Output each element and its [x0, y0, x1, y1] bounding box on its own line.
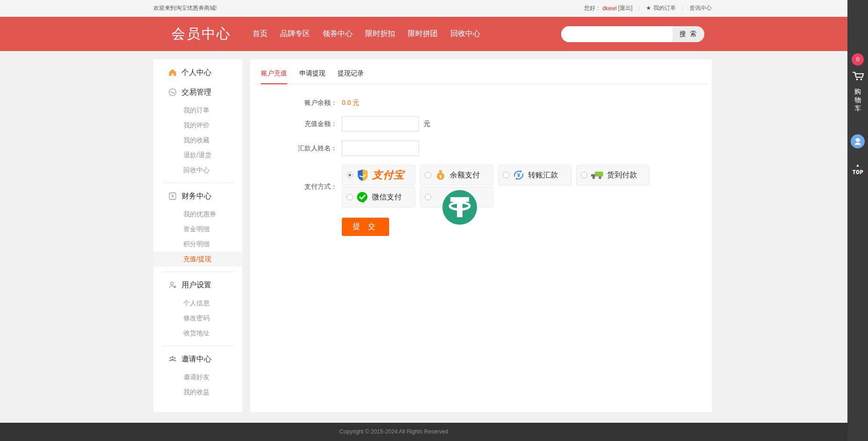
sidebar-item-my-reviews[interactable]: 我的评价 [153, 118, 242, 132]
sidebar-section-label: 用户设置 [181, 280, 211, 290]
recharge-form: 账户余额： 0.0 元 充值金额： 元 汇款人姓名： 支付方式： 支付宝 [250, 84, 712, 236]
payment-option-alipay[interactable]: 支付宝 [342, 165, 415, 185]
sidebar-section-personal-center[interactable]: 个人中心 [153, 65, 242, 81]
submit-button[interactable]: 提 交 [342, 218, 389, 236]
sidebar-section-label: 个人中心 [181, 68, 211, 78]
greeting-prefix: 您好： [584, 4, 601, 12]
sidebar-item-recharge-withdraw[interactable]: 充值/提现 [153, 251, 242, 266]
svg-text:¥: ¥ [439, 174, 442, 179]
sidebar-item-shipping-address[interactable]: 收货地址 [153, 325, 242, 340]
sidebar-section-finance-center[interactable]: ¥ 财务中心 [153, 188, 242, 204]
sidebar-item-fund-details[interactable]: 资金明细 [153, 221, 242, 236]
payment-label: 货到付款 [607, 170, 637, 180]
cart-icon[interactable] [851, 69, 865, 85]
amount-label: 充值金额： [250, 120, 342, 128]
payment-option-transfer[interactable]: ¥ 转账汇款 [498, 165, 571, 185]
radio-transfer[interactable] [503, 172, 509, 178]
username-link[interactable]: dkewl [602, 5, 617, 12]
sidebar-item-recycle-center[interactable]: 回收中心 [153, 162, 242, 177]
money-bag-icon: ¥ [434, 169, 447, 181]
payment-option-usdt[interactable] [420, 187, 493, 207]
payer-name-input[interactable] [342, 140, 419, 156]
radio-balance[interactable] [425, 172, 431, 178]
sidebar-item-invite-friends[interactable]: 邀请好友 [153, 369, 242, 384]
user-settings-icon [168, 281, 177, 289]
search-input[interactable] [561, 26, 673, 42]
radio-cod[interactable] [581, 172, 587, 178]
payment-label: 微信支付 [372, 192, 402, 202]
up-triangle-icon: ▲ [847, 163, 868, 168]
finance-icon: ¥ [168, 192, 177, 200]
welcome-text: 欢迎来到淘宝优惠券商城! [153, 4, 217, 12]
main-header: 会员中心 首页 品牌专区 领券中心 限时折扣 限时拼团 回收中心 搜 索 [0, 17, 868, 51]
search-bar: 搜 索 [561, 26, 704, 42]
truck-icon [591, 170, 604, 180]
payment-option-balance[interactable]: ¥ 余额支付 [420, 165, 493, 185]
payment-label: 余额支付 [450, 170, 480, 180]
right-toolbar: 0 购物车 ▲ TOP [847, 0, 868, 441]
sidebar-item-refund-return[interactable]: 退款/退货 [153, 147, 242, 162]
sidebar-section-label: 财务中心 [181, 191, 211, 201]
sidebar-section-label: 交易管理 [181, 88, 211, 97]
invite-icon [168, 355, 177, 363]
payer-name-label: 汇款人姓名： [250, 144, 342, 153]
nav-flash-discount[interactable]: 限时折扣 [365, 29, 395, 39]
sidebar-section-label: 邀请中心 [181, 354, 211, 364]
sidebar: 个人中心 交易管理 我的订单 我的评价 我的收藏 退款/退货 回收中心 ¥ 财务… [153, 59, 242, 412]
sidebar-section-user-settings[interactable]: 用户设置 [153, 277, 242, 293]
search-button[interactable]: 搜 索 [673, 26, 704, 42]
tab-apply-withdraw[interactable]: 申请提现 [299, 66, 326, 84]
wechat-icon [356, 191, 369, 203]
cart-count-badge: 0 [852, 53, 864, 66]
svg-text:¥: ¥ [517, 172, 521, 178]
star-icon: ★ [646, 5, 651, 11]
main-nav: 首页 品牌专区 领券中心 限时折扣 限时拼团 回收中心 [253, 17, 480, 51]
tab-withdraw-records[interactable]: 提现记录 [338, 66, 364, 84]
main-content: 账户充值 申请提现 提现记录 账户余额： 0.0 元 充值金额： 元 汇款人姓名… [250, 59, 712, 412]
nav-recycle-center[interactable]: 回收中心 [450, 29, 480, 39]
sidebar-item-my-earnings[interactable]: 我的收益 [153, 384, 242, 399]
footer: Copyright © 2015-2024 All Rights Reserve… [0, 423, 868, 441]
nav-home[interactable]: 首页 [253, 29, 268, 39]
alipay-shield-icon [356, 169, 369, 182]
payment-options: 支付宝 ¥ 余额支付 ¥ 转账汇款 [342, 165, 669, 209]
tabs: 账户充值 申请提现 提现记录 [255, 59, 707, 84]
balance-label: 账户余额： [250, 99, 342, 107]
sidebar-item-my-coupons[interactable]: 我的优惠券 [153, 206, 242, 221]
payment-label: 转账汇款 [528, 170, 558, 180]
my-orders-link[interactable]: ★我的订单 [646, 4, 676, 12]
radio-wechat[interactable] [347, 194, 353, 200]
transfer-icon: ¥ [513, 169, 525, 181]
copyright-text: Copyright © 2015-2024 All Rights Reserve… [0, 423, 788, 441]
top-label: TOP [852, 169, 863, 176]
divider [163, 345, 233, 346]
sidebar-item-my-orders[interactable]: 我的订单 [153, 103, 242, 118]
sidebar-section-trade-management[interactable]: 交易管理 [153, 84, 242, 100]
sidebar-item-my-favorites[interactable]: 我的收藏 [153, 132, 242, 147]
nav-coupon-center[interactable]: 领券中心 [323, 29, 353, 39]
nav-group-buy[interactable]: 限时拼团 [408, 29, 438, 39]
tab-account-recharge[interactable]: 账户充值 [261, 66, 287, 84]
balance-value: 0.0 元 [342, 99, 359, 107]
back-to-top-button[interactable]: ▲ TOP [847, 163, 868, 176]
customer-service-icon[interactable] [851, 134, 865, 148]
amount-unit: 元 [424, 120, 430, 128]
exchange-icon [168, 88, 177, 96]
home-icon [168, 68, 177, 77]
divider [163, 183, 233, 183]
recharge-amount-input[interactable] [342, 116, 419, 132]
sidebar-item-personal-info[interactable]: 个人信息 [153, 295, 242, 310]
divider [639, 6, 639, 11]
radio-usdt[interactable] [425, 194, 431, 200]
payment-option-cod[interactable]: 货到付款 [576, 165, 650, 185]
sidebar-section-invite-center[interactable]: 邀请中心 [153, 351, 242, 367]
sidebar-item-points-details[interactable]: 积分明细 [153, 236, 242, 251]
nav-brand-zone[interactable]: 品牌专区 [280, 29, 310, 39]
news-center-link[interactable]: 资讯中心 [689, 4, 712, 12]
payment-option-wechat[interactable]: 微信支付 [342, 187, 415, 207]
radio-alipay[interactable] [347, 172, 353, 178]
sidebar-item-change-password[interactable]: 修改密码 [153, 310, 242, 325]
logout-link[interactable]: [退出] [618, 4, 633, 12]
cart-label[interactable]: 购物车 [854, 87, 861, 112]
divider [682, 6, 683, 11]
